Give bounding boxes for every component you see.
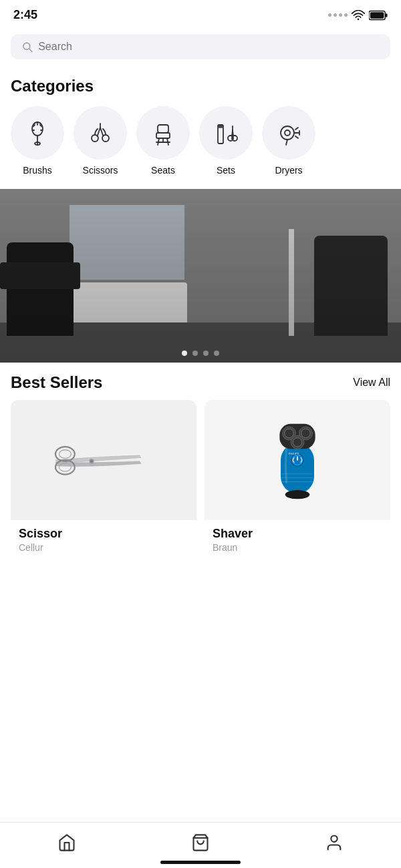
product-image-shaver: PHILIPS — [205, 400, 390, 520]
category-item-sets[interactable]: Sets — [199, 106, 253, 176]
banner-dots — [182, 351, 219, 356]
cart-icon — [191, 833, 210, 852]
search-input[interactable] — [38, 41, 380, 53]
home-indicator — [160, 861, 241, 864]
search-icon — [21, 41, 33, 53]
category-label-scissors: Scissors — [83, 165, 118, 176]
svg-point-43 — [59, 450, 71, 459]
nav-item-profile[interactable] — [309, 831, 360, 855]
svg-point-42 — [55, 447, 75, 461]
shaver-product-image: PHILIPS — [264, 413, 331, 507]
svg-point-53 — [285, 429, 293, 437]
svg-point-54 — [301, 429, 310, 437]
view-all-button[interactable]: View All — [353, 377, 390, 389]
category-label-dryers: Dryers — [275, 165, 302, 176]
svg-point-35 — [285, 130, 290, 136]
banner-dot-3[interactable] — [203, 351, 209, 356]
search-bar-wrap — [0, 27, 401, 70]
scissor-product-brand: Cellur — [19, 542, 188, 553]
scissor-product-name: Scissor — [19, 527, 188, 541]
scissor-product-image — [43, 430, 164, 490]
category-item-dryers[interactable]: Dryers — [262, 106, 315, 176]
svg-point-64 — [331, 836, 337, 842]
svg-line-5 — [29, 49, 32, 52]
category-circle-sets — [199, 106, 253, 160]
status-time: 2:45 — [13, 8, 37, 22]
categories-title: Categories — [0, 70, 401, 106]
banner-dot-1[interactable] — [182, 351, 187, 356]
svg-line-38 — [286, 140, 287, 145]
best-sellers-header: Best Sellers View All — [0, 363, 401, 400]
scissor-product-info: Scissor Cellur — [11, 520, 196, 561]
category-circle-scissors — [74, 106, 127, 160]
product-card-shaver[interactable]: PHILIPS Shaver Braun — [205, 400, 390, 561]
category-item-scissors[interactable]: Scissors — [74, 106, 127, 176]
banner-image — [0, 189, 401, 363]
search-bar[interactable] — [11, 34, 390, 59]
battery-icon — [369, 10, 388, 21]
category-label-sets: Sets — [217, 165, 235, 176]
svg-point-47 — [90, 460, 93, 463]
shaver-product-name: Shaver — [213, 527, 382, 541]
svg-point-0 — [358, 18, 360, 20]
category-circle-dryers — [262, 106, 315, 160]
status-bar: 2:45 — [0, 0, 401, 27]
product-card-scissor[interactable]: Scissor Cellur — [11, 400, 196, 561]
category-item-seats[interactable]: Seats — [136, 106, 190, 176]
category-circle-brushes — [11, 106, 64, 160]
svg-point-4 — [23, 43, 30, 49]
svg-point-55 — [293, 438, 301, 447]
svg-line-22 — [167, 138, 168, 145]
svg-point-61 — [285, 490, 310, 499]
category-item-brushes[interactable]: Brushs — [11, 106, 64, 176]
svg-line-21 — [158, 138, 159, 145]
svg-line-41 — [295, 136, 298, 138]
banner-dot-2[interactable] — [192, 351, 198, 356]
shaver-product-brand: Braun — [213, 542, 382, 553]
category-label-brushes: Brushs — [23, 165, 52, 176]
wifi-icon — [352, 10, 365, 21]
svg-rect-3 — [370, 12, 384, 18]
svg-rect-20 — [156, 133, 170, 138]
svg-rect-2 — [386, 13, 388, 17]
category-circle-seats — [136, 106, 190, 160]
best-sellers-title: Best Sellers — [11, 373, 102, 392]
svg-line-39 — [295, 128, 298, 130]
shaver-product-info: Shaver Braun — [205, 520, 390, 561]
products-grid: Scissor Cellur — [0, 400, 401, 628]
svg-line-32 — [233, 130, 233, 136]
nav-item-home[interactable] — [41, 831, 92, 855]
signal-icon — [328, 13, 348, 17]
categories-row: Brushs Scissors — [0, 106, 401, 189]
svg-text:PHILIPS: PHILIPS — [289, 452, 299, 455]
nav-item-cart[interactable] — [175, 831, 226, 855]
profile-icon — [325, 833, 344, 852]
home-icon — [57, 833, 76, 852]
status-icons — [328, 10, 388, 21]
category-label-seats: Seats — [151, 165, 175, 176]
product-image-scissor — [11, 400, 196, 520]
banner-dot-4[interactable] — [214, 351, 219, 356]
svg-point-34 — [281, 126, 294, 140]
svg-rect-19 — [158, 125, 168, 133]
